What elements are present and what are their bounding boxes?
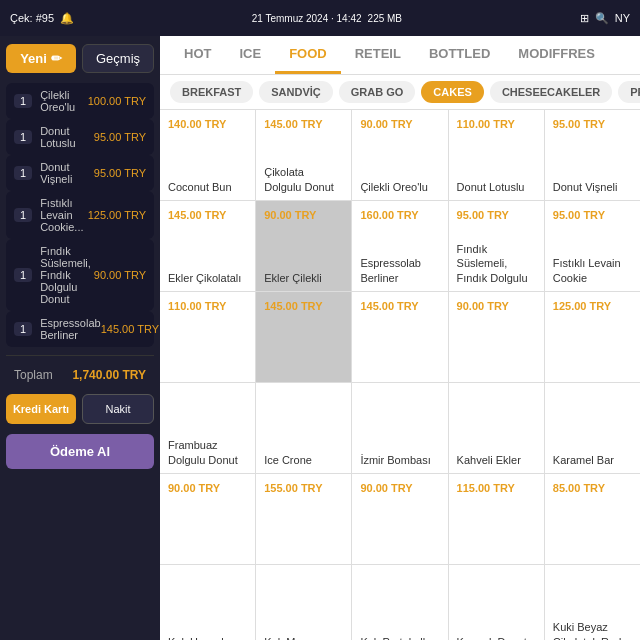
product-cell[interactable]: 145.00 TRY	[352, 292, 447, 382]
grid-icon[interactable]: ⊞	[580, 12, 589, 25]
product-price: 160.00 TRY	[360, 209, 439, 221]
cash-button[interactable]: Nakit	[82, 394, 154, 424]
item-name: Fıstıklı Levain Cookie...	[40, 197, 88, 233]
product-price: 95.00 TRY	[457, 209, 536, 221]
product-cell[interactable]: 145.00 TRY Ekler Çikolatalı	[160, 201, 255, 291]
sub-tab-sandvi̇ç[interactable]: SANDVİÇ	[259, 81, 333, 103]
product-price: 155.00 TRY	[264, 482, 343, 494]
pay-button[interactable]: Ödeme Al	[6, 434, 154, 469]
product-cell[interactable]: İzmir Bombası	[352, 383, 447, 473]
product-cell[interactable]: 115.00 TRY	[449, 474, 544, 564]
category-tab-ice[interactable]: ICE	[225, 36, 275, 74]
item-qty: 1	[14, 322, 32, 336]
product-price: 115.00 TRY	[457, 482, 536, 494]
product-cell[interactable]: 90.00 TRY	[352, 474, 447, 564]
product-price: 90.00 TRY	[360, 118, 439, 130]
product-price: 110.00 TRY	[168, 300, 247, 312]
sidebar-item[interactable]: 1 Fıstıklı Levain Cookie... 125.00 TRY	[6, 191, 154, 239]
product-name: Kek Havuçlu	[168, 635, 247, 640]
product-cell[interactable]: 95.00 TRY Fıstıklı Levain Cookie	[545, 201, 640, 291]
bell-icon: 🔔	[60, 12, 74, 25]
sidebar-item[interactable]: 1 Donut Lotuslu 95.00 TRY	[6, 119, 154, 155]
product-name: Ekler Çikolatalı	[168, 271, 247, 285]
product-price: 95.00 TRY	[553, 118, 632, 130]
product-cell[interactable]: 140.00 TRY Coconut Bun	[160, 110, 255, 200]
new-button[interactable]: Yeni ✏	[6, 44, 76, 73]
sidebar-divider	[6, 355, 154, 356]
item-qty: 1	[14, 130, 32, 144]
sidebar-item[interactable]: 1 Espressolab Berliner 145.00 TRY	[6, 311, 154, 347]
product-name: Karamel Bar	[553, 453, 632, 467]
product-cell[interactable]: Kek Havuçlu	[160, 565, 255, 640]
category-tab-food[interactable]: FOOD	[275, 36, 341, 74]
product-cell[interactable]: 90.00 TRY	[160, 474, 255, 564]
product-cell[interactable]: Kek Portakallı	[352, 565, 447, 640]
product-name: Fındık Süslemeli, Fındık Dolgulu	[457, 242, 536, 285]
product-cell[interactable]: 110.00 TRY Donut Lotuslu	[449, 110, 544, 200]
product-cell[interactable]: 95.00 TRY Fındık Süslemeli, Fındık Dolgu…	[449, 201, 544, 291]
sub-tab-grab-go[interactable]: GRAB GO	[339, 81, 416, 103]
product-name: Kahveli Ekler	[457, 453, 536, 467]
sub-tab-cakes[interactable]: CAKES	[421, 81, 484, 103]
product-cell[interactable]: 90.00 TRY Ekler Çilekli	[256, 201, 351, 291]
product-name: Ice Crone	[264, 453, 343, 467]
item-qty: 1	[14, 94, 32, 108]
total-price: 1,740.00 TRY	[72, 368, 146, 382]
category-tab-hot[interactable]: HOT	[170, 36, 225, 74]
check-label: Çek: #95	[10, 12, 54, 24]
search-icon[interactable]: 🔍	[595, 12, 609, 25]
product-price: 140.00 TRY	[168, 118, 247, 130]
product-price: 145.00 TRY	[168, 209, 247, 221]
product-cell[interactable]: Kuki Beyaz Çikolatalı Red	[545, 565, 640, 640]
sub-tabs: BREKFASTSANDVİÇGRAB GOCAKESCHESEECAKELER…	[160, 75, 640, 110]
product-cell[interactable]: Kahveli Ekler	[449, 383, 544, 473]
product-cell[interactable]: Ice Crone	[256, 383, 351, 473]
status-bar: Çek: #95 🔔 21 Temmuz 2024 · 14:42 225 MB…	[0, 0, 640, 36]
sub-tab-promosyon[interactable]: PROMOSYON	[618, 81, 640, 103]
item-name: Espressolab Berliner	[40, 317, 101, 341]
category-tab-reteil[interactable]: RETEIL	[341, 36, 415, 74]
item-qty: 1	[14, 166, 32, 180]
product-cell[interactable]: 160.00 TRY Espressolab Berliner	[352, 201, 447, 291]
product-name: Kuki Beyaz Çikolatalı Red	[553, 620, 632, 640]
product-price: 90.00 TRY	[360, 482, 439, 494]
product-cell[interactable]: 90.00 TRY	[449, 292, 544, 382]
item-name: Donut Vişneli	[40, 161, 94, 185]
product-cell[interactable]: 125.00 TRY	[545, 292, 640, 382]
item-price: 95.00 TRY	[94, 167, 146, 179]
sidebar-item[interactable]: 1 Fındık Süslemeli, Fındık Dolgulu Donut…	[6, 239, 154, 311]
product-cell[interactable]: 155.00 TRY	[256, 474, 351, 564]
product-cell[interactable]: 145.00 TRY	[256, 292, 351, 382]
product-name: Çikolata Dolgulu Donut	[264, 165, 343, 194]
product-name: Fıstıklı Levain Cookie	[553, 256, 632, 285]
item-price: 125.00 TRY	[88, 209, 146, 221]
status-center: 21 Temmuz 2024 · 14:42 225 MB	[252, 13, 402, 24]
product-cell[interactable]: 95.00 TRY Donut Vişneli	[545, 110, 640, 200]
product-name: Kek Portakallı	[360, 635, 439, 640]
content-area: HOTICEFOODRETEILBOTTLEDMODIFFRES BREKFAS…	[160, 36, 640, 640]
item-price: 90.00 TRY	[94, 269, 146, 281]
product-cell[interactable]: 110.00 TRY	[160, 292, 255, 382]
main-layout: Yeni ✏ Geçmiş 1 Çilekli Oreo'lu 100.00 T…	[0, 36, 640, 640]
product-cell[interactable]: 90.00 TRY Çilekli Oreo'lu	[352, 110, 447, 200]
datetime-label: 21 Temmuz 2024 · 14:42	[252, 13, 362, 24]
product-cell[interactable]: Kek Mermer	[256, 565, 351, 640]
product-cell[interactable]: 145.00 TRY Çikolata Dolgulu Donut	[256, 110, 351, 200]
sub-tab-cheseecakeler[interactable]: CHESEECAKELER	[490, 81, 612, 103]
item-name: Donut Lotuslu	[40, 125, 94, 149]
category-tab-modiffres[interactable]: MODIFFRES	[504, 36, 609, 74]
sidebar-item[interactable]: 1 Donut Vişneli 95.00 TRY	[6, 155, 154, 191]
product-cell[interactable]: Kremalı Donut	[449, 565, 544, 640]
product-name: Kremalı Donut	[457, 635, 536, 640]
product-cell[interactable]: 85.00 TRY	[545, 474, 640, 564]
sidebar-item[interactable]: 1 Çilekli Oreo'lu 100.00 TRY	[6, 83, 154, 119]
product-cell[interactable]: Karamel Bar	[545, 383, 640, 473]
category-tab-bottled[interactable]: BOTTLED	[415, 36, 504, 74]
item-price: 145.00 TRY	[101, 323, 159, 335]
product-cell[interactable]: Frambuaz Dolgulu Donut	[160, 383, 255, 473]
sub-tab-brekfast[interactable]: BREKFAST	[170, 81, 253, 103]
history-button[interactable]: Geçmiş	[82, 44, 154, 73]
credit-card-button[interactable]: Kredi Kartı	[6, 394, 76, 424]
user-avatar[interactable]: NY	[615, 12, 630, 24]
product-price: 145.00 TRY	[360, 300, 439, 312]
